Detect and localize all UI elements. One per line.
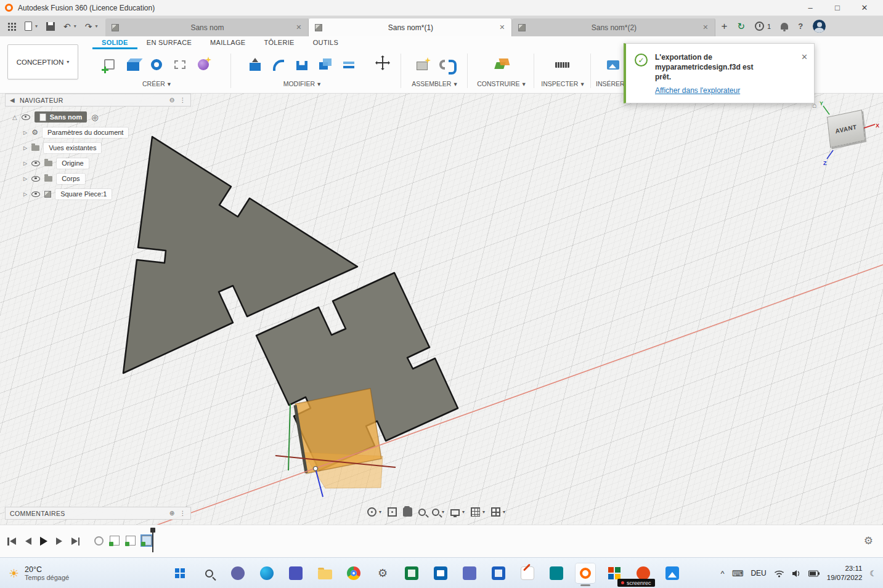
- focus-assist-moon-icon[interactable]: ☾: [869, 569, 877, 578]
- timeline-skip-end-button[interactable]: [71, 538, 80, 546]
- media-app-icon[interactable]: [547, 563, 566, 583]
- orange-square-body[interactable]: [295, 389, 381, 473]
- tab-solide[interactable]: SOLIDE: [92, 36, 137, 49]
- new-component-icon[interactable]: [415, 57, 431, 73]
- document-tab-2-active[interactable]: Sans nom*(1) ✕: [309, 18, 512, 36]
- construire-dropdown[interactable]: CONSTRUIRE▾: [477, 80, 526, 87]
- move-copy-icon[interactable]: [375, 55, 391, 71]
- document-tab-3[interactable]: Sans nom*(2) ✕: [512, 18, 715, 36]
- zoom-window-icon[interactable]: [432, 509, 439, 516]
- hidden-icons-chevron[interactable]: ^: [721, 569, 725, 578]
- timeline-play-button[interactable]: [41, 538, 47, 545]
- grid-caret-icon[interactable]: ▾: [482, 509, 485, 515]
- start-button[interactable]: [170, 563, 190, 583]
- offset-face-icon[interactable]: [341, 57, 357, 73]
- press-pull-icon[interactable]: [247, 57, 263, 73]
- tab-close-icon[interactable]: ✕: [499, 23, 505, 31]
- photos-icon[interactable]: [662, 563, 682, 583]
- create-form-icon[interactable]: [195, 57, 211, 73]
- taskbar-weather-widget[interactable]: ☀ 20°C Temps dégagé: [9, 558, 69, 588]
- tab-close-icon[interactable]: ✕: [296, 23, 301, 31]
- panel-grip-icon[interactable]: ⋮: [180, 97, 186, 103]
- expand-arrow-icon[interactable]: ▷: [23, 130, 27, 135]
- timeline-skip-start-button[interactable]: [7, 538, 16, 546]
- notification-clock-icon[interactable]: [755, 22, 764, 31]
- revolve-icon[interactable]: [149, 57, 165, 73]
- pen-tool-icon[interactable]: [518, 563, 537, 583]
- orange-sheet[interactable]: [303, 453, 383, 488]
- toast-close-icon[interactable]: ✕: [801, 52, 808, 95]
- create-sketch-icon[interactable]: [102, 57, 118, 73]
- display-caret-icon[interactable]: ▾: [462, 509, 465, 515]
- tab-tolerie[interactable]: TÔLERIE: [254, 36, 303, 49]
- volume-icon[interactable]: [792, 570, 801, 578]
- visibility-eye-icon[interactable]: [22, 115, 30, 120]
- view-cube[interactable]: ⌂ AVANT X Y Z: [812, 97, 881, 171]
- insert-image-icon[interactable]: [605, 57, 621, 73]
- visibility-eye-icon[interactable]: [31, 191, 40, 197]
- orbit-icon[interactable]: [367, 507, 376, 517]
- excel-icon[interactable]: [402, 563, 421, 583]
- expand-arrow-icon[interactable]: ▷: [23, 191, 27, 197]
- close-button[interactable]: ✕: [851, 3, 878, 12]
- chrome-icon[interactable]: [344, 563, 364, 583]
- app-grid-icon[interactable]: [7, 22, 16, 31]
- language-indicator[interactable]: DEU: [751, 569, 766, 578]
- inspecter-dropdown[interactable]: INSPECTER▾: [541, 80, 584, 87]
- add-comment-icon[interactable]: ⊕: [169, 510, 175, 517]
- panel-grip-icon[interactable]: ⋮: [180, 510, 186, 517]
- timeline-step-back-button[interactable]: [25, 538, 31, 545]
- tree-root-row[interactable]: △ Sans nom ◎: [12, 111, 99, 123]
- tree-item-origin[interactable]: ▷ Origine: [23, 157, 89, 169]
- edge-icon[interactable]: [257, 563, 277, 583]
- pattern-icon[interactable]: [172, 57, 188, 73]
- timeline-feature-form[interactable]: [94, 536, 104, 546]
- shell-icon[interactable]: [294, 57, 310, 73]
- combine-icon[interactable]: [317, 57, 333, 73]
- collapse-panel-icon[interactable]: ◀: [10, 97, 15, 103]
- capture-tool-icon[interactable]: [460, 563, 479, 583]
- job-status-icon[interactable]: ↻: [738, 21, 746, 32]
- chat-icon[interactable]: [228, 563, 248, 583]
- tree-item-square-piece[interactable]: ▷ Square Piece:1: [23, 188, 112, 200]
- taskbar-clock[interactable]: 23:11 19/07/2022: [827, 564, 863, 582]
- bell-icon[interactable]: [781, 23, 788, 30]
- new-tab-button[interactable]: +: [715, 16, 734, 36]
- construction-plane-icon[interactable]: [494, 57, 510, 73]
- tab-en-surface[interactable]: EN SURFACE: [137, 36, 201, 49]
- zoom-icon[interactable]: [418, 509, 426, 516]
- fusion360-taskbar-icon-active[interactable]: [576, 563, 595, 583]
- timeline-position-marker[interactable]: [152, 529, 153, 552]
- measure-icon[interactable]: [555, 57, 571, 73]
- zoom-caret-icon[interactable]: ▾: [442, 509, 444, 515]
- maximize-button[interactable]: □: [824, 3, 851, 12]
- fillet-icon[interactable]: [271, 57, 287, 73]
- tab-maillage[interactable]: MAILLAGE: [201, 36, 254, 49]
- visibility-eye-icon[interactable]: [31, 161, 40, 166]
- viewports-caret-icon[interactable]: ▾: [503, 509, 505, 515]
- wifi-icon[interactable]: [774, 570, 784, 578]
- redo-icon[interactable]: ↷: [85, 22, 92, 31]
- tree-item-document-settings[interactable]: ▷ ⚙ Paramètres du document: [23, 126, 128, 139]
- settings-gear-icon[interactable]: ⚙: [373, 563, 393, 583]
- viewports-icon[interactable]: [491, 507, 500, 517]
- battery-icon[interactable]: [808, 570, 820, 577]
- search-icon[interactable]: [199, 563, 219, 583]
- tree-item-bodies[interactable]: ▷ Corps: [23, 172, 85, 185]
- panel-minimize-icon[interactable]: ⊖: [169, 97, 175, 103]
- assembler-dropdown[interactable]: ASSEMBLER▾: [412, 80, 457, 87]
- file-explorer-icon[interactable]: [315, 563, 335, 583]
- timeline-feature-sketch-selected[interactable]: [142, 536, 152, 546]
- modifier-dropdown[interactable]: MODIFIER▾: [283, 80, 321, 87]
- tree-item-named-views[interactable]: ▷ Vues existantes: [23, 142, 101, 154]
- look-at-icon[interactable]: [388, 507, 397, 517]
- display-settings-icon[interactable]: [450, 509, 460, 516]
- teams-icon[interactable]: [286, 563, 306, 583]
- file-menu-caret[interactable]: ▾: [35, 23, 38, 29]
- timeline-feature-sketch-2[interactable]: [126, 536, 136, 546]
- show-in-explorer-link[interactable]: Afficher dans l'explorateur: [655, 86, 740, 95]
- visibility-eye-icon[interactable]: [31, 176, 40, 182]
- user-avatar[interactable]: [813, 20, 826, 33]
- orbit-caret-icon[interactable]: ▾: [379, 509, 381, 515]
- file-menu-icon[interactable]: [25, 22, 32, 31]
